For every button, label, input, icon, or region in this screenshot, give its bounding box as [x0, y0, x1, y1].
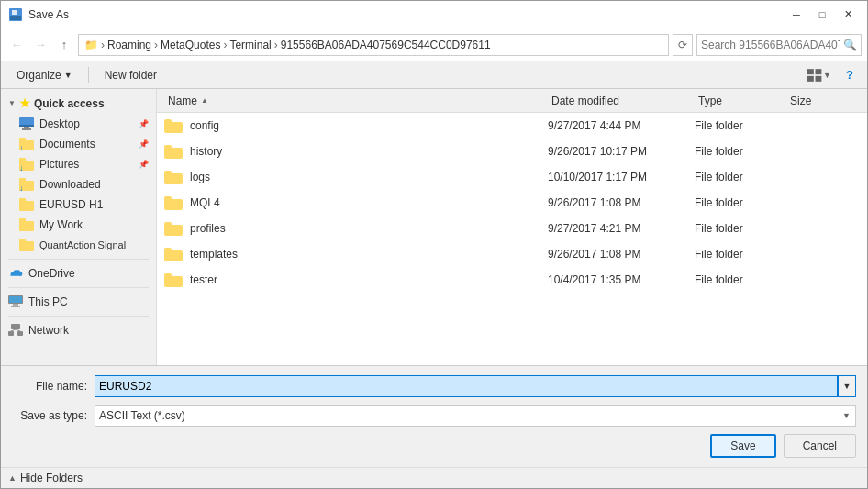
sidebar-item-network[interactable]: Network: [1, 320, 156, 340]
back-button[interactable]: ←: [6, 35, 27, 55]
view-button[interactable]: ▼: [807, 65, 832, 85]
sidebar-item-thispc[interactable]: This PC: [1, 292, 156, 312]
folder-icon-profiles: [164, 221, 183, 236]
title-bar-controls: ─ □ ✕: [785, 6, 860, 24]
col-header-name-label: Name: [168, 94, 197, 107]
sidebar-item-downloaded[interactable]: ↓ Downloaded: [1, 174, 156, 194]
svg-rect-14: [11, 306, 20, 307]
sidebar-divider-2: [8, 287, 149, 288]
filename-dropdown-icon: ▼: [838, 375, 856, 397]
downloaded-icon: ↓: [19, 177, 34, 192]
table-row[interactable]: logs 10/10/2017 1:17 PM File folder: [157, 164, 867, 190]
svg-rect-8: [19, 125, 34, 127]
table-row[interactable]: templates 9/26/2017 1:08 PM File folder: [157, 241, 867, 267]
sidebar-quick-access-header[interactable]: ▼ ★ Quick access: [1, 93, 156, 114]
filename-label: File name:: [12, 380, 95, 393]
table-row[interactable]: tester 10/4/2017 1:35 PM File folder: [157, 267, 867, 293]
onedrive-icon: [8, 266, 23, 281]
breadcrumb[interactable]: 📁 › Roaming › MetaQuotes › Terminal › 91…: [78, 34, 669, 56]
breadcrumb-metaquotes: MetaQuotes: [161, 39, 220, 51]
documents-icon: ↓: [19, 137, 34, 151]
file-name-mql4: MQL4: [164, 195, 548, 210]
svg-rect-12: [9, 296, 22, 303]
bottom-area: File name: ▼ Save as type: ASCII Text (*…: [1, 365, 867, 467]
file-name-history: history: [164, 144, 548, 159]
svg-rect-6: [816, 75, 822, 81]
new-folder-label: New folder: [105, 69, 157, 82]
breadcrumb-part: 📁: [84, 39, 98, 51]
quick-access-star-icon: ★: [19, 96, 30, 110]
view-icon: [807, 68, 823, 83]
file-date-logs: 10/10/2017 1:17 PM: [548, 171, 695, 183]
filetype-select[interactable]: ASCII Text (*.csv): [95, 405, 856, 427]
search-box[interactable]: 🔍: [696, 34, 862, 56]
sidebar-item-pictures[interactable]: ↓ Pictures 📌: [1, 154, 156, 174]
file-type-logs: File folder: [695, 171, 786, 183]
folder-icon-history: [164, 144, 183, 159]
sidebar-item-pictures-label: Pictures: [39, 158, 79, 171]
file-date-config: 9/27/2017 4:44 PM: [548, 119, 695, 132]
svg-rect-17: [17, 331, 23, 336]
sidebar-divider-3: [8, 316, 149, 317]
svg-line-18: [11, 329, 16, 331]
file-date-mql4: 9/26/2017 1:08 PM: [548, 196, 695, 209]
table-row[interactable]: profiles 9/27/2017 4:21 PM File folder: [157, 216, 867, 241]
col-header-name[interactable]: Name ▲: [164, 94, 548, 107]
sidebar-item-quantaction-label: QuantAction Signal: [39, 239, 126, 250]
main-content: ▼ ★ Quick access Desktop 📌: [1, 89, 867, 365]
svg-rect-13: [13, 304, 18, 306]
file-type-tester: File folder: [695, 273, 786, 286]
network-icon: [8, 323, 23, 338]
file-type-templates: File folder: [695, 248, 786, 261]
sidebar-item-eurusd-label: EURUSD H1: [39, 198, 103, 211]
close-button[interactable]: ✕: [836, 6, 860, 24]
file-name-config: config: [164, 118, 548, 133]
col-header-size[interactable]: Size: [786, 94, 860, 107]
title-bar: Save As ─ □ ✕: [1, 1, 867, 28]
button-row: Save Cancel: [12, 434, 856, 458]
organize-button[interactable]: Organize ▼: [8, 65, 81, 85]
svg-rect-9: [24, 127, 29, 128]
sidebar-item-documents[interactable]: ↓ Documents 📌: [1, 134, 156, 154]
new-folder-button[interactable]: New folder: [96, 65, 165, 85]
file-list-container: Name ▲ Date modified Type Size: [157, 89, 867, 365]
filename-input[interactable]: [95, 375, 838, 397]
sidebar-item-downloaded-label: Downloaded: [39, 178, 101, 191]
col-header-type[interactable]: Type: [695, 94, 786, 107]
address-bar: ← → ↑ 📁 › Roaming › MetaQuotes › Termina…: [1, 28, 867, 61]
view-chevron-icon: ▼: [823, 71, 831, 80]
forward-button[interactable]: →: [30, 35, 50, 55]
help-button[interactable]: ?: [840, 65, 860, 85]
sidebar-item-quantaction[interactable]: QuantAction Signal: [1, 235, 156, 255]
breadcrumb-id: 915566BA06ADA407569C544CC0D97611: [281, 39, 491, 51]
sidebar-item-desktop[interactable]: Desktop 📌: [1, 114, 156, 134]
organize-label: Organize: [17, 69, 61, 82]
sidebar-divider-1: [8, 259, 149, 260]
sidebar-item-network-label: Network: [28, 324, 69, 337]
minimize-button[interactable]: ─: [785, 6, 808, 24]
pictures-icon: ↓: [19, 157, 34, 172]
refresh-button[interactable]: ⟳: [673, 34, 693, 56]
quick-access-chevron-icon: ▼: [8, 99, 16, 107]
maximize-button[interactable]: □: [810, 6, 834, 24]
pictures-pin-icon: 📌: [139, 160, 149, 169]
folder-icon-tester: [164, 272, 183, 287]
sidebar-item-onedrive[interactable]: OneDrive: [1, 263, 156, 283]
up-button[interactable]: ↑: [54, 35, 74, 55]
search-input[interactable]: [701, 39, 840, 51]
cancel-button[interactable]: Cancel: [784, 434, 856, 458]
table-row[interactable]: history 9/26/2017 10:17 PM File folder: [157, 139, 867, 164]
sidebar-item-eurusd[interactable]: EURUSD H1: [1, 194, 156, 215]
table-row[interactable]: config 9/27/2017 4:44 PM File folder: [157, 113, 867, 139]
hide-folders-bar[interactable]: ▲ Hide Folders: [1, 467, 867, 488]
file-type-history: File folder: [695, 145, 786, 158]
sidebar-item-mywork[interactable]: My Work: [1, 215, 156, 235]
save-button[interactable]: Save: [710, 434, 775, 458]
col-header-date[interactable]: Date modified: [548, 94, 695, 107]
search-icon: 🔍: [843, 39, 857, 51]
filetype-select-wrapper: ASCII Text (*.csv): [95, 405, 856, 427]
table-row[interactable]: MQL4 9/26/2017 1:08 PM File folder: [157, 190, 867, 216]
file-date-profiles: 9/27/2017 4:21 PM: [548, 222, 695, 235]
folder-icon-mql4: [164, 195, 183, 210]
file-name-logs: logs: [164, 170, 548, 184]
